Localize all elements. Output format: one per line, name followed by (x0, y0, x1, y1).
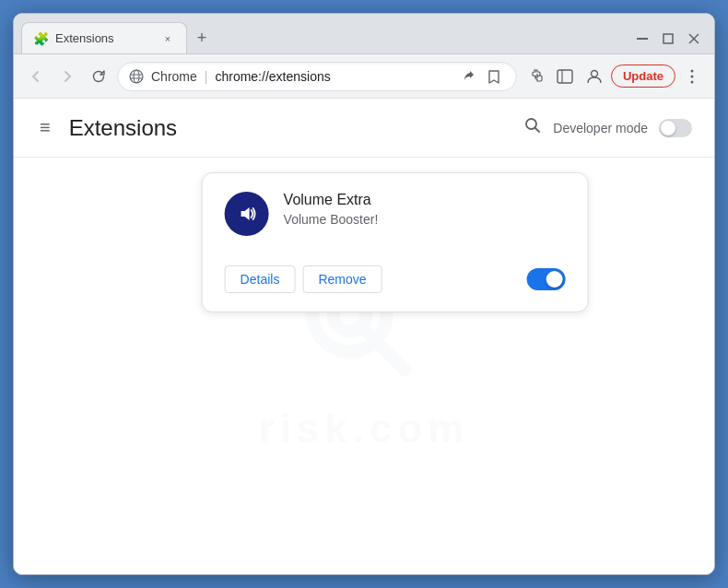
page-title: Extensions (69, 115, 510, 141)
sidebar-toolbar-icon[interactable] (552, 64, 578, 89)
svg-line-18 (369, 333, 405, 370)
svg-line-15 (535, 128, 540, 133)
browser-window: 🧩 Extensions × + (13, 13, 715, 575)
svg-point-13 (691, 80, 694, 83)
svg-point-4 (130, 70, 143, 83)
address-favicon-icon (129, 69, 144, 84)
more-options-icon[interactable] (679, 64, 705, 89)
address-actions (457, 65, 505, 88)
developer-mode-toggle[interactable] (659, 119, 692, 137)
svg-point-11 (691, 69, 694, 72)
reload-button[interactable] (86, 64, 112, 89)
remove-button[interactable]: Remove (302, 265, 382, 293)
browser-tab[interactable]: 🧩 Extensions × (21, 22, 187, 53)
extension-card-top: Volume Extra Volume Booster! (225, 192, 566, 236)
svg-rect-8 (558, 70, 572, 83)
extension-card-bottom: Details Remove (225, 265, 566, 293)
details-button[interactable]: Details (225, 265, 296, 293)
new-tab-button[interactable]: + (189, 25, 215, 51)
navigation-bar: Chrome | chrome://extensions (14, 54, 714, 99)
extensions-header: ≡ Extensions Developer mode (14, 99, 714, 158)
tab-close-button[interactable]: × (160, 31, 175, 46)
svg-rect-1 (663, 34, 673, 43)
extension-description: Volume Booster! (284, 212, 379, 227)
back-button[interactable] (23, 64, 49, 89)
extension-card: Volume Extra Volume Booster! Details Rem… (202, 172, 589, 312)
toolbar-right: Update (523, 64, 705, 89)
tab-title: Extensions (55, 31, 153, 45)
tab-favicon-icon: 🧩 (33, 31, 48, 46)
svg-point-12 (691, 75, 694, 77)
title-bar: 🧩 Extensions × + (14, 14, 714, 54)
tab-strip: 🧩 Extensions × + (21, 22, 633, 53)
extension-enabled-toggle[interactable] (527, 268, 566, 290)
address-bar[interactable]: Chrome | chrome://extensions (117, 62, 517, 91)
svg-point-5 (134, 70, 139, 83)
share-icon[interactable] (457, 65, 479, 88)
extensions-toolbar-icon[interactable] (523, 64, 548, 89)
bookmark-icon[interactable] (483, 65, 505, 88)
header-right: Developer mode (523, 116, 692, 139)
close-button[interactable] (685, 29, 703, 48)
address-url: chrome://extensions (215, 69, 450, 84)
svg-rect-0 (637, 38, 648, 40)
watermark-text: risk.com (259, 406, 470, 452)
extension-buttons: Details Remove (225, 265, 382, 293)
search-icon[interactable] (523, 116, 542, 139)
forward-button[interactable] (54, 64, 80, 89)
extension-info: Volume Extra Volume Booster! (284, 192, 379, 227)
extension-name: Volume Extra (284, 192, 379, 208)
window-controls (633, 29, 707, 48)
maximize-button[interactable] (659, 29, 677, 48)
profile-icon[interactable] (581, 64, 607, 89)
svg-point-10 (591, 70, 597, 76)
page-content: ≡ Extensions Developer mode (14, 99, 714, 574)
hamburger-icon[interactable]: ≡ (36, 113, 54, 142)
update-button[interactable]: Update (611, 65, 675, 88)
chrome-label: Chrome (151, 69, 197, 84)
extensions-page: ≡ Extensions Developer mode (14, 99, 714, 574)
extension-icon (225, 192, 269, 236)
address-separator: | (205, 69, 208, 84)
developer-mode-label: Developer mode (553, 121, 648, 135)
minimize-button[interactable] (633, 29, 652, 48)
